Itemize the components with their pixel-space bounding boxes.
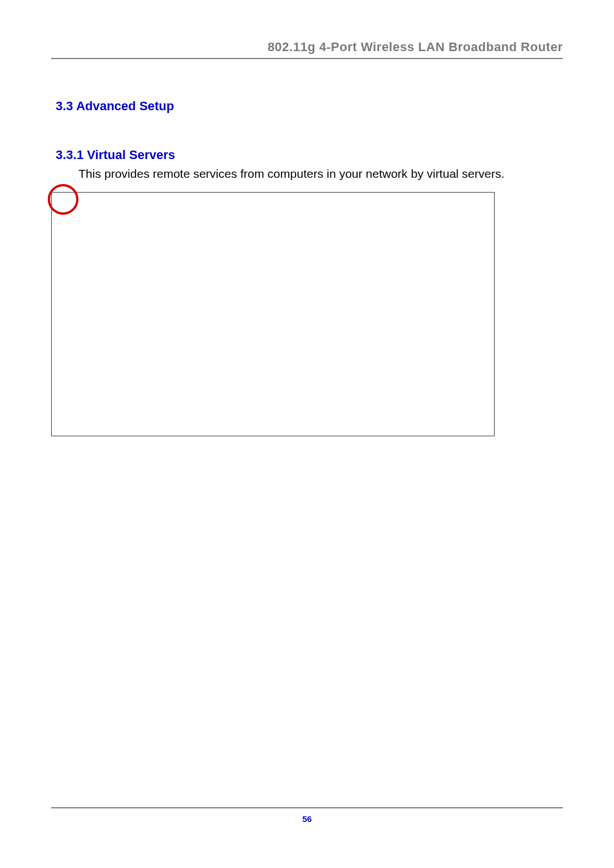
svg-point-0 bbox=[49, 185, 77, 214]
section-heading: 3.3 Advanced Setup bbox=[51, 99, 563, 114]
screenshot-placeholder bbox=[51, 192, 495, 436]
header-divider bbox=[51, 58, 563, 59]
footer-divider bbox=[51, 807, 563, 808]
running-header: 802.11g 4-Port Wireless LAN Broadband Ro… bbox=[51, 40, 563, 58]
subsection-body: This provides remote services from compu… bbox=[51, 167, 563, 181]
subsection-heading: 3.3.1 Virtual Servers bbox=[51, 148, 563, 162]
page-container: 802.11g 4-Port Wireless LAN Broadband Ro… bbox=[51, 40, 563, 824]
annotation-circle-icon bbox=[46, 182, 80, 216]
page-number: 56 bbox=[51, 814, 563, 824]
footer: 56 bbox=[51, 807, 563, 824]
